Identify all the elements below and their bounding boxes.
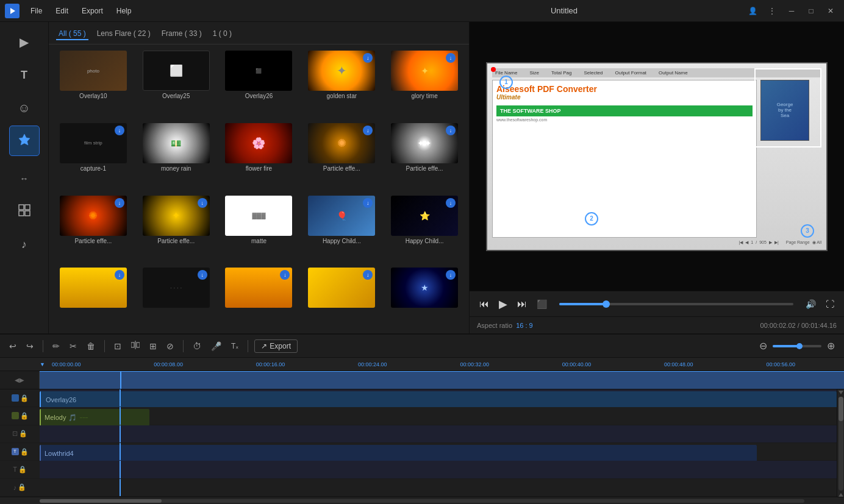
timeline-area: ↩ ↪ ✏ ✂ 🗑 ⊡ ⊞ ⊘ ⏱ 🎤 Tₓ ↗ Export ⊖ ⊕ <box>0 333 844 504</box>
effect-glorytime[interactable]: ↓ ✦ glory time <box>385 49 464 118</box>
effect-happychild2[interactable]: ↓ ⭐ Happy Child... <box>385 194 464 263</box>
effect-dots[interactable]: ↓ · · · · <box>137 266 216 328</box>
effect-happychild1[interactable]: ↓ 🎈 Happy Child... <box>302 194 381 263</box>
maximize-button[interactable]: □ <box>803 4 820 18</box>
undo-button[interactable]: ↩ <box>6 339 20 353</box>
menu-bar: File Edit Export Help <box>24 4 384 18</box>
effect-moneyrain[interactable]: 💵 money rain <box>137 122 216 191</box>
pen-button[interactable]: ✏ <box>49 339 63 353</box>
preview-subtitle: Ultimate <box>496 94 753 101</box>
split-button[interactable] <box>128 339 143 353</box>
zoom-out-button[interactable]: ⊖ <box>756 338 770 353</box>
lock-icon-5[interactable]: 🔒 <box>18 466 27 474</box>
effect-particle1[interactable]: ↓ ✺ Particle effe... <box>302 122 381 191</box>
tab-frame[interactable]: Frame ( 33 ) <box>159 28 204 40</box>
sidebar-item-filter[interactable] <box>9 196 40 227</box>
annotation-2: 2 <box>585 212 598 225</box>
tab-all[interactable]: All ( 55 ) <box>56 28 88 40</box>
stop-button[interactable]: ⬛ <box>534 297 549 311</box>
scroll-down[interactable] <box>839 492 843 497</box>
effect-particle4[interactable]: ↓ ✦ Particle effe... <box>137 194 216 263</box>
clip-overlay26[interactable]: Overlay26 <box>40 391 837 408</box>
lock-icon-1[interactable]: 🔒 <box>20 394 29 402</box>
effect-particle3[interactable]: ↓ ✺ Particle effe... <box>54 194 133 263</box>
sidebar-item-audio[interactable]: ♪ <box>9 229 40 260</box>
effect-capture1[interactable]: ↓ film strip capture-1 <box>54 122 133 191</box>
effect-goldenstar[interactable]: ↓ ✦ golden star <box>302 49 381 118</box>
hscroll-thumb[interactable] <box>40 499 162 503</box>
more-icon[interactable]: ⋮ <box>764 4 781 18</box>
effect-matte[interactable]: ▓▓▓ matte <box>220 194 299 263</box>
time-display: 00:00:02.02 / 00:01:44.16 <box>760 322 837 329</box>
minimize-button[interactable]: ─ <box>783 4 800 18</box>
cut-button[interactable]: ✂ <box>66 339 80 353</box>
effect-yellow3[interactable]: ↓ <box>302 266 381 328</box>
lock-icon-3[interactable]: 🔒 <box>19 430 27 438</box>
voice-button[interactable]: 🎤 <box>208 339 224 353</box>
audio-color-chip <box>12 412 19 419</box>
play-button[interactable]: ▶ <box>496 295 510 313</box>
effect-overlay10[interactable]: photo Overlay10 <box>54 49 133 118</box>
skip-back-button[interactable]: ⏮ <box>477 296 492 312</box>
effect-thumb-happychild2: ↓ ⭐ <box>391 196 458 236</box>
svg-rect-7 <box>131 343 134 347</box>
zoom-in-button[interactable]: ⊕ <box>824 338 838 353</box>
effect-yellow1[interactable]: ↓ <box>54 266 133 328</box>
rotate-button[interactable]: ⊘ <box>163 339 177 353</box>
aspect-ratio-label: Aspect ratio 16 : 9 <box>477 322 533 329</box>
progress-fill <box>559 303 606 305</box>
skip-forward-button[interactable]: ⏭ <box>515 296 529 312</box>
hscroll-track[interactable] <box>40 499 804 503</box>
effect-flowerfire[interactable]: 🌸 flower fire <box>220 122 299 191</box>
vertical-scrollbar[interactable] <box>837 389 844 497</box>
annotation-3: 3 <box>801 224 814 238</box>
track-content: Overlay26 Melody 🎵 ~~~ Lowthrid4 <box>40 389 837 497</box>
fullscreen-button[interactable]: ⛶ <box>823 297 837 311</box>
menu-export[interactable]: Export <box>76 4 109 18</box>
lock-icon-6[interactable]: 🔒 <box>18 483 26 491</box>
lock-icon-4[interactable]: 🔒 <box>20 448 29 456</box>
playhead-3 <box>120 425 121 442</box>
clip-melody[interactable]: Melody 🎵 ~~~ <box>40 409 149 426</box>
svg-rect-6 <box>25 211 30 216</box>
sidebar-item-effects[interactable] <box>9 126 40 156</box>
lock-icon-2[interactable]: 🔒 <box>20 412 29 420</box>
effect-overlay25[interactable]: ⬜ Overlay25 <box>137 49 216 118</box>
menu-file[interactable]: File <box>24 4 48 18</box>
tab-lensflare[interactable]: Lens Flare ( 22 ) <box>95 28 153 40</box>
sidebar-item-media[interactable]: ▶ <box>9 27 40 57</box>
sidebar-item-sticker[interactable]: ☺ <box>9 93 40 123</box>
effect-yellow2[interactable]: ↓ <box>220 266 299 328</box>
crop-button[interactable]: ⊡ <box>111 339 124 353</box>
zoom-controls: ⊖ ⊕ <box>756 338 838 353</box>
export-button[interactable]: ↗ Export <box>254 339 298 353</box>
main-layout: ▶ T ☺ ↔ ♪ All ( 55 ) Lens Flare ( 22 ) <box>0 22 844 333</box>
effect-space[interactable]: ↓ ★ <box>385 266 464 328</box>
menu-help[interactable]: Help <box>110 4 138 18</box>
sidebar-item-text[interactable]: T <box>9 60 40 90</box>
redo-button[interactable]: ↪ <box>23 339 37 353</box>
menu-edit[interactable]: Edit <box>49 4 74 18</box>
merge-button[interactable]: ⊞ <box>146 339 160 353</box>
content-panel: All ( 55 ) Lens Flare ( 22 ) Frame ( 33 … <box>49 22 470 333</box>
ruler-marks: 00:00:00.00 00:00:08.00 00:00:16.00 00:0… <box>52 361 795 367</box>
tab-one[interactable]: 1 ( 0 ) <box>210 28 234 40</box>
effect-overlay26[interactable]: ⬛ Overlay26 <box>220 49 299 118</box>
speed-button[interactable]: ⏱ <box>190 339 204 353</box>
sidebar-item-transition[interactable]: ↔ <box>9 163 40 194</box>
close-button[interactable]: ✕ <box>822 4 839 18</box>
time-mark-7: 00:00:56.00 <box>766 361 795 367</box>
progress-bar[interactable] <box>559 303 793 305</box>
user-icon[interactable]: 👤 <box>744 4 761 18</box>
scroll-thumb[interactable] <box>839 397 843 421</box>
effect-label-capture1: capture-1 <box>80 165 106 172</box>
zoom-slider[interactable] <box>773 345 821 347</box>
effect-particle2[interactable]: ↓ ✦✦ Particle effe... <box>385 122 464 191</box>
filter-icon <box>18 204 30 219</box>
clip-lowthrid4[interactable]: Lowthrid4 <box>40 445 757 462</box>
scroll-up[interactable] <box>839 391 843 396</box>
volume-icon[interactable]: 🔊 <box>803 297 818 311</box>
delete-button[interactable]: 🗑 <box>84 339 98 353</box>
text-button[interactable]: Tₓ <box>228 340 241 352</box>
svg-rect-4 <box>25 205 30 210</box>
